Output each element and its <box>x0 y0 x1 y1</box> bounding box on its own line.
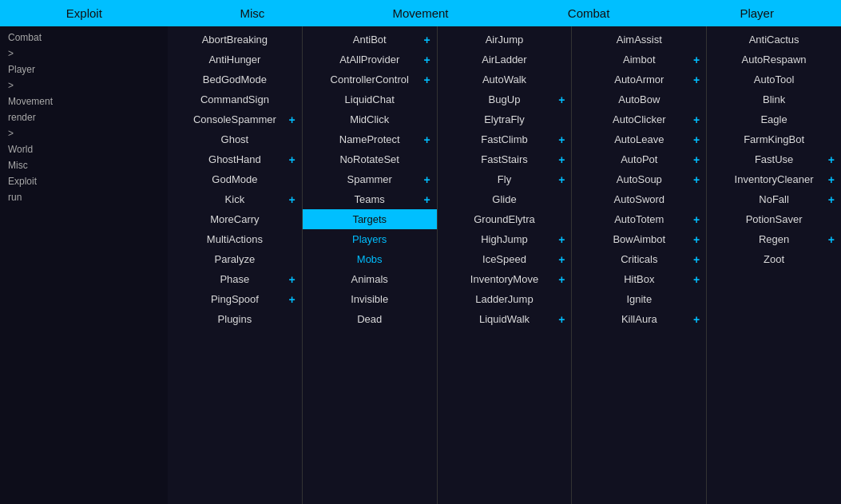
plus-button[interactable]: + <box>693 73 700 86</box>
tab-movement[interactable]: Movement <box>336 0 505 26</box>
plus-button[interactable]: + <box>693 153 700 166</box>
list-item[interactable]: LiquidChat <box>303 89 437 109</box>
list-item[interactable]: Animals <box>303 269 437 289</box>
list-item[interactable]: AntiBot+ <box>303 30 437 50</box>
plus-button[interactable]: + <box>693 133 700 146</box>
list-item[interactable]: Invisible <box>303 289 437 309</box>
list-item[interactable]: ElytraFly <box>438 109 572 129</box>
list-item[interactable]: AirLadder <box>438 50 572 69</box>
list-item[interactable]: AutoPot+ <box>572 149 706 169</box>
list-item[interactable]: GhostHand+ <box>168 149 302 169</box>
plus-button[interactable]: + <box>693 213 700 226</box>
plus-button[interactable]: + <box>423 193 430 206</box>
list-item[interactable]: GroundElytra <box>438 209 572 229</box>
plus-button[interactable]: + <box>558 173 565 186</box>
list-item[interactable]: Spammer+ <box>303 169 437 189</box>
list-item[interactable]: AntiHunger <box>168 50 302 69</box>
list-item[interactable]: Targets <box>303 209 437 229</box>
list-item[interactable]: Players <box>303 229 437 249</box>
list-item[interactable]: AutoArmor+ <box>572 69 706 89</box>
list-item[interactable]: AirJump <box>438 30 572 50</box>
plus-button[interactable]: + <box>289 113 296 126</box>
plus-button[interactable]: + <box>423 34 430 46</box>
plus-button[interactable]: + <box>423 73 430 86</box>
list-item[interactable]: Eagle <box>707 109 841 129</box>
list-item[interactable]: MultiActions <box>168 229 302 249</box>
list-item[interactable]: Aimbot+ <box>572 50 706 69</box>
plus-button[interactable]: + <box>828 173 835 186</box>
tab-misc[interactable]: Misc <box>169 0 337 26</box>
list-item[interactable]: NoFall+ <box>707 189 841 209</box>
plus-button[interactable]: + <box>693 173 700 186</box>
list-item[interactable]: AtAllProvider+ <box>303 50 437 69</box>
list-item[interactable]: AbortBreaking <box>168 30 302 50</box>
list-item[interactable]: ConsoleSpammer+ <box>168 109 302 129</box>
plus-button[interactable]: + <box>558 133 565 146</box>
plus-button[interactable]: + <box>289 273 296 286</box>
list-item[interactable]: FastClimb+ <box>438 129 572 149</box>
list-item[interactable]: Mobs <box>303 249 437 269</box>
plus-button[interactable]: + <box>693 233 700 246</box>
list-item[interactable]: AutoSoup+ <box>572 169 706 189</box>
list-item[interactable]: Regen+ <box>707 229 841 249</box>
list-item[interactable]: FastUse+ <box>707 149 841 169</box>
list-item[interactable]: AutoSword <box>572 189 706 209</box>
plus-button[interactable]: + <box>289 293 296 306</box>
list-item[interactable]: InventoryCleaner+ <box>707 169 841 189</box>
list-item[interactable]: FarmKingBot <box>707 129 841 149</box>
plus-button[interactable]: + <box>693 253 700 266</box>
plus-button[interactable]: + <box>828 233 835 246</box>
list-item[interactable]: BedGodMode <box>168 69 302 89</box>
list-item[interactable]: MoreCarry <box>168 209 302 229</box>
list-item[interactable]: AutoClicker+ <box>572 109 706 129</box>
list-item[interactable]: LiquidWalk+ <box>438 309 572 329</box>
plus-button[interactable]: + <box>423 173 430 186</box>
list-item[interactable]: InventoryMove+ <box>438 269 572 289</box>
plus-button[interactable]: + <box>693 54 700 66</box>
list-item[interactable]: Teams+ <box>303 189 437 209</box>
plus-button[interactable]: + <box>558 273 565 286</box>
list-item[interactable]: Ghost <box>168 129 302 149</box>
plus-button[interactable]: + <box>693 273 700 286</box>
plus-button[interactable]: + <box>558 233 565 246</box>
list-item[interactable]: AimAssist <box>572 30 706 50</box>
list-item[interactable]: PingSpoof+ <box>168 289 302 309</box>
list-item[interactable]: AutoBow <box>572 89 706 109</box>
plus-button[interactable]: + <box>828 153 835 166</box>
list-item[interactable]: Ignite <box>572 289 706 309</box>
list-item[interactable]: AutoRespawn <box>707 50 841 69</box>
plus-button[interactable]: + <box>558 153 565 166</box>
list-item[interactable]: AntiCactus <box>707 30 841 50</box>
list-item[interactable]: NameProtect+ <box>303 129 437 149</box>
plus-button[interactable]: + <box>558 313 565 326</box>
list-item[interactable]: Zoot <box>707 249 841 269</box>
list-item[interactable]: GodMode <box>168 169 302 189</box>
list-item[interactable]: Blink <box>707 89 841 109</box>
list-item[interactable]: PotionSaver <box>707 209 841 229</box>
list-item[interactable]: AutoLeave+ <box>572 129 706 149</box>
list-item[interactable]: IceSpeed+ <box>438 249 572 269</box>
list-item[interactable]: Criticals+ <box>572 249 706 269</box>
plus-button[interactable]: + <box>693 313 700 326</box>
plus-button[interactable]: + <box>828 193 835 206</box>
list-item[interactable]: BugUp+ <box>438 89 572 109</box>
list-item[interactable]: MidClick <box>303 109 437 129</box>
plus-button[interactable]: + <box>693 113 700 126</box>
list-item[interactable]: AutoTool <box>707 69 841 89</box>
list-item[interactable]: LadderJump <box>438 289 572 309</box>
list-item[interactable]: FastStairs+ <box>438 149 572 169</box>
list-item[interactable]: AutoTotem+ <box>572 209 706 229</box>
list-item[interactable]: Fly+ <box>438 169 572 189</box>
list-item[interactable]: Phase+ <box>168 269 302 289</box>
list-item[interactable]: Dead <box>303 309 437 329</box>
plus-button[interactable]: + <box>423 54 430 66</box>
tab-exploit[interactable]: Exploit <box>0 0 169 26</box>
list-item[interactable]: AutoWalk <box>438 69 572 89</box>
list-item[interactable]: NoRotateSet <box>303 149 437 169</box>
list-item[interactable]: Paralyze <box>168 249 302 269</box>
plus-button[interactable]: + <box>558 253 565 266</box>
plus-button[interactable]: + <box>423 133 430 146</box>
list-item[interactable]: HitBox+ <box>572 269 706 289</box>
plus-button[interactable]: + <box>289 153 296 166</box>
list-item[interactable]: ControllerControl+ <box>303 69 437 89</box>
